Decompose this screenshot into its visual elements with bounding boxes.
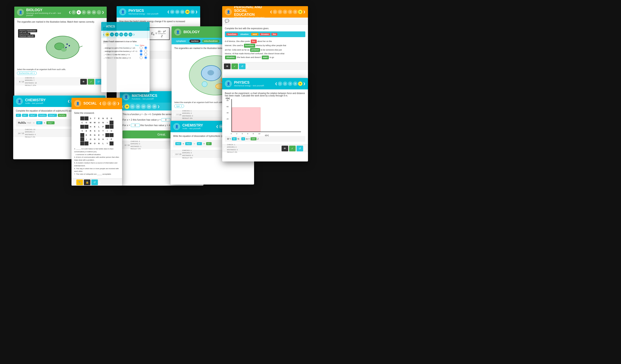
radio-tf-2a[interactable] xyxy=(140,50,142,52)
y40: 40 xyxy=(226,112,228,114)
plus2: + xyxy=(203,142,205,145)
plus-sign: + xyxy=(44,122,45,124)
radio-tf-3b[interactable] xyxy=(144,53,147,56)
x0: 0 xyxy=(231,133,232,135)
physics-right-card: 👤 PHYSICS Mechanical energy – test yours… xyxy=(222,78,308,161)
eye-button[interactable]: 👁 xyxy=(80,79,87,85)
footer-prev[interactable]: ❮ xyxy=(16,80,18,83)
bio-center-dropdown[interactable]: tiger ▾ xyxy=(174,104,184,108)
w-j: J xyxy=(257,138,259,140)
w-8: 8 xyxy=(241,137,245,140)
math-label1: For x = 2 this function has value y = xyxy=(122,118,161,121)
radio-tf-1b[interactable] xyxy=(144,46,147,49)
refresh-button[interactable]: ↺ xyxy=(95,79,102,85)
bio-subtitle: Structure and functioning of a cell – te… xyxy=(26,12,67,16)
phys-right-check-btn[interactable]: ✓ xyxy=(289,146,296,151)
tag-h2so4b: H₂SO₄ xyxy=(58,114,67,117)
svg-point-3 xyxy=(67,44,68,45)
bio-header: 👤 BIOLOGY Structure and functioning of a… xyxy=(14,7,107,18)
clue-7: 7. The rules of netiquette are _____ acc… xyxy=(74,173,120,176)
radio-tf-1a[interactable] xyxy=(140,46,142,49)
radio-tf-2b[interactable] xyxy=(144,50,147,52)
bio-center-dropdown-value: tiger xyxy=(176,105,180,107)
pse-header: 👤 PERSONAL AND SOCIAL EDUCATION Why foll… xyxy=(222,6,308,17)
pse-title: PERSONAL AND SOCIAL EDUCATION xyxy=(234,6,268,16)
social-instruction: Solve the crossword. xyxy=(74,112,120,114)
radio-tf-3a[interactable] xyxy=(140,53,142,56)
math-label2b: this function has value y = 4. xyxy=(140,124,171,127)
bio-icon: 👤 xyxy=(17,9,24,16)
y60: 60 xyxy=(226,106,228,108)
social-lock-btn[interactable]: 🔒 xyxy=(84,179,90,185)
chevron-down-icon: ▾ xyxy=(181,105,182,107)
y20: 20 xyxy=(226,118,228,120)
social-header: 👤 SOCIAL ❮ … 1 2 ❯ xyxy=(71,98,122,109)
math-input2[interactable]: 0 xyxy=(131,124,140,127)
math-input1[interactable]: 0 xyxy=(161,118,170,122)
x8: 8 xyxy=(253,133,254,135)
phys-icon: 👤 xyxy=(119,8,126,15)
chem-right-subtitle: Acids – test yourself! xyxy=(182,127,214,130)
phys-right-header: 👤 PHYSICS Mechanical energy – test yours… xyxy=(222,78,308,89)
word-threaten: threaten xyxy=(260,33,270,36)
pse-check-btn[interactable]: ✓ xyxy=(231,63,238,69)
clue-4: 4. A form of communication with another … xyxy=(74,156,120,162)
math-overlay-body: State if each statement is true or false… xyxy=(101,38,150,62)
tag-h: H⁺ xyxy=(16,114,21,117)
biology-top-card: 👤 BIOLOGY Structure and functioning of a… xyxy=(14,7,107,101)
x-axis-label: s[m] xyxy=(265,134,269,136)
phys-header: 👤 PHYSICS Mechanical energy – test yours… xyxy=(117,6,200,17)
math-label2: For x = xyxy=(122,124,130,127)
true-false-table: True False ...belongs to a plot of the f… xyxy=(104,44,147,60)
phys-right-refresh-btn[interactable]: ↺ xyxy=(296,146,303,151)
chem-page: 14 / 15 xyxy=(18,132,24,134)
phys-nav: ❮ 12 13 14 15 16 ❯ xyxy=(167,10,198,14)
chem-right-icon: 👤 xyxy=(173,123,180,130)
word-humiliate: humiliate xyxy=(226,33,238,36)
phys-right-eye-btn[interactable]: 👁 xyxy=(282,146,288,151)
word-situation: situation xyxy=(239,33,250,36)
pse-subtitle: Why follow the rules of netiquette? xyxy=(234,16,268,19)
phys-title: PHYSICS xyxy=(128,9,165,13)
cell-svg xyxy=(38,30,83,62)
chem-title: CHEMISTRY xyxy=(25,98,65,102)
social-nav: ❮ … 1 2 ❯ xyxy=(99,101,120,106)
phys-right-stats: CHECK: 1 ERRORS: 0 MISTAKES: 0 RESULT: 0… xyxy=(227,143,281,153)
social-refresh-btn[interactable]: ↺ xyxy=(91,179,98,185)
clue-3b: o someone in a difficult situation. xyxy=(74,153,120,156)
social-wrench-btn[interactable]: 🔧 xyxy=(76,179,83,185)
h2o-tag: H₂O xyxy=(185,142,192,145)
cl-tag: Cl⁻ xyxy=(206,142,212,145)
y-axis-label: F[N] xyxy=(226,97,230,99)
radio-tf-4b[interactable] xyxy=(144,56,147,59)
w-80: 80 xyxy=(232,137,237,140)
math-overlay-title: ATICS xyxy=(104,25,117,28)
nav-left[interactable]: ❮ xyxy=(69,11,71,14)
bio-diagram: plasma membrane cell wall mesosome mucou… xyxy=(17,25,104,66)
chevron-down-icon: ▾ xyxy=(34,72,35,74)
pse-refresh-btn[interactable]: ↺ xyxy=(239,63,245,69)
radio-tf-4a[interactable] xyxy=(140,56,142,59)
inline-lies: lies xyxy=(251,40,257,43)
bio-dropdown-value: Escherichia coli xyxy=(19,72,33,74)
svg-point-11 xyxy=(202,81,207,87)
x2: 2 xyxy=(236,133,237,135)
chem-stats: CHECKS: 15 ERRORS: 0 MISTAKES: 0 RESULT:… xyxy=(25,128,78,138)
result-so4: SO₄²⁻ xyxy=(46,121,54,124)
formula-left: H₂SO₄ xyxy=(18,121,26,124)
pse-eye-btn[interactable]: 👁 xyxy=(224,63,231,69)
bio-page: 8 / 15 xyxy=(19,81,24,83)
w-m: m = xyxy=(246,138,250,140)
h-tag: H⁺ xyxy=(197,142,202,145)
pse-instruction: Complete the text with the expressions g… xyxy=(225,27,305,30)
chem-icon: 👤 xyxy=(16,98,23,105)
bio-dropdown[interactable]: Escherichia coli ▾ xyxy=(17,71,37,75)
tag-2so4: 2SO₄²⁻ xyxy=(48,114,57,117)
tag-2h: 2H⁺ xyxy=(22,114,28,117)
bio-footer: ❮ 8 / 15 CHECKS: 3 ERRORS: 7 MISTAKES: 1… xyxy=(14,78,107,85)
formula-h2o-label: H₂O xyxy=(27,122,31,124)
check-button[interactable]: ✓ xyxy=(88,79,94,85)
nav-right[interactable]: ❯ xyxy=(102,11,104,14)
pse-word-bank: humiliate situation want threaten lies xyxy=(225,32,305,37)
crossword-grid: S T E N E D C O M M U N I H xyxy=(80,116,114,145)
